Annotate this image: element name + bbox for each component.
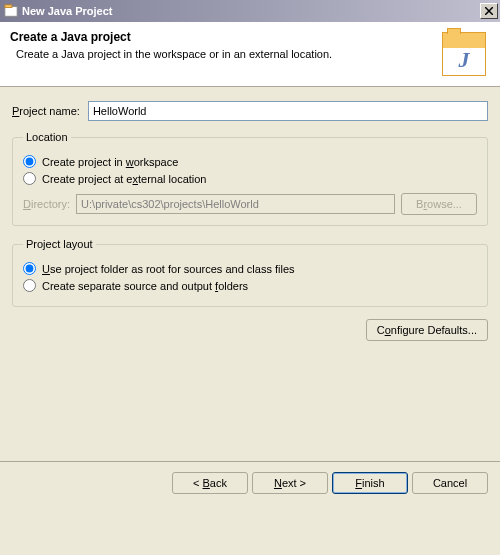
finish-button[interactable]: Finish (332, 472, 408, 494)
close-button[interactable] (480, 3, 498, 19)
radio-external[interactable] (23, 172, 36, 185)
next-button[interactable]: Next > (252, 472, 328, 494)
titlebar: New Java Project (0, 0, 500, 22)
java-project-icon: J (442, 32, 486, 76)
radio-external-label: Create project at external location (42, 173, 207, 185)
dialog-content: Project name: Location Create project in… (0, 87, 500, 349)
app-icon (4, 4, 18, 18)
project-name-label: Project name: (12, 105, 80, 117)
wizard-header: Create a Java project Create a Java proj… (0, 22, 500, 87)
location-group: Location Create project in workspace Cre… (12, 131, 488, 226)
location-legend: Location (23, 131, 71, 143)
radio-workspace[interactable] (23, 155, 36, 168)
page-title: Create a Java project (10, 30, 332, 44)
configure-defaults-button[interactable]: Configure Defaults... (366, 319, 488, 341)
page-description: Create a Java project in the workspace o… (16, 48, 332, 60)
directory-input (76, 194, 395, 214)
back-button[interactable]: < Back (172, 472, 248, 494)
browse-button: Browse... (401, 193, 477, 215)
svg-rect-1 (5, 5, 12, 8)
radio-workspace-label: Create project in workspace (42, 156, 178, 168)
project-layout-group: Project layout Use project folder as roo… (12, 238, 488, 307)
window-title: New Java Project (22, 5, 113, 17)
radio-root-folder-label: Use project folder as root for sources a… (42, 263, 295, 275)
project-name-input[interactable] (88, 101, 488, 121)
radio-root-folder[interactable] (23, 262, 36, 275)
directory-label: Directory: (23, 198, 70, 210)
project-layout-legend: Project layout (23, 238, 96, 250)
svg-rect-0 (5, 7, 17, 17)
cancel-button[interactable]: Cancel (412, 472, 488, 494)
radio-separate-folders[interactable] (23, 279, 36, 292)
radio-separate-folders-label: Create separate source and output folder… (42, 280, 248, 292)
button-bar: < Back Next > Finish Cancel (0, 462, 500, 504)
